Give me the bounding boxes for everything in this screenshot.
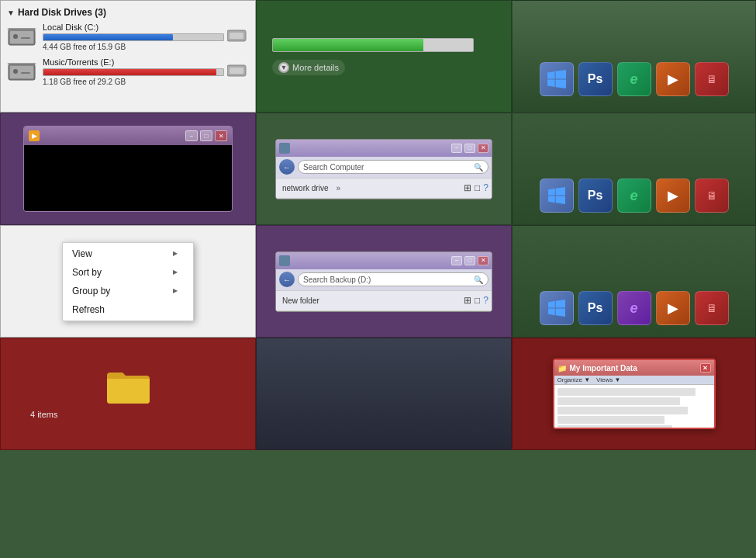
rdp-btn-r3[interactable]: 🖥: [695, 291, 729, 325]
windows-btn-r3[interactable]: [540, 291, 574, 325]
explorer-window: − □ ✕ ← Search Computer 🔍 network drive …: [275, 139, 492, 199]
edge-taskbar-btn[interactable]: e: [617, 62, 651, 96]
drive-c-arrow: [227, 27, 249, 47]
important-data-title: My Important Data: [570, 364, 637, 373]
drive-c-icon: [7, 26, 36, 48]
backup-minimize[interactable]: −: [451, 256, 462, 265]
photoshop-taskbar-btn[interactable]: Ps: [578, 62, 613, 96]
main-progress-bar-fill: [273, 39, 423, 51]
idw-menu-views[interactable]: Views ▼: [596, 376, 620, 383]
organize-icon[interactable]: ⊞: [464, 295, 471, 306]
change-view-icon[interactable]: ⊞: [464, 182, 471, 193]
more-details-button[interactable]: ▼ More details: [272, 60, 345, 75]
wmp-btn-r3[interactable]: ▶: [656, 291, 690, 325]
close-button[interactable]: ✕: [215, 130, 227, 141]
backup-toolbar-icons: ⊞ □ ?: [464, 295, 488, 306]
view-icon[interactable]: □: [475, 295, 480, 306]
context-menu-cell: View ▶ Sort by ▶ Group by ▶ Refresh: [0, 225, 256, 338]
explorer-maximize[interactable]: □: [464, 144, 475, 153]
edge-icon: e: [630, 71, 637, 88]
idw-close[interactable]: ✕: [700, 363, 711, 373]
windows-taskbar-btn[interactable]: [540, 62, 574, 96]
backup-maximize[interactable]: □: [464, 256, 475, 265]
folder-title-icon: 📁: [558, 364, 567, 373]
edge-btn-r2[interactable]: e: [617, 178, 651, 213]
media-player-titlebar: ▶ − □ ✕: [24, 127, 232, 145]
collapse-arrow-icon[interactable]: ▼: [7, 9, 15, 17]
empty-content: [257, 338, 511, 449]
more-options-btn[interactable]: »: [336, 184, 340, 192]
wmp-icon-r3: ▶: [668, 300, 678, 317]
svg-rect-9: [21, 72, 30, 74]
context-group-by[interactable]: Group by ▶: [63, 282, 193, 300]
drive-c-progress-container: [43, 33, 224, 41]
backup-help-icon[interactable]: ?: [483, 295, 488, 306]
drive-e-size: 1.18 GB free of 29.2 GB: [43, 78, 224, 86]
context-view[interactable]: View ▶: [63, 244, 193, 263]
progress-cell: ▼ More details: [256, 0, 512, 113]
preview-icon[interactable]: □: [475, 182, 480, 193]
help-icon[interactable]: ?: [483, 182, 488, 193]
wmp-icon-r2: ▶: [668, 187, 678, 204]
drive-c-info: Local Disk (C:) 4.44 GB free of 15.9 GB: [43, 23, 224, 51]
photoshop-btn-r2[interactable]: Ps: [578, 178, 613, 213]
backup-search-box[interactable]: Search Backup (D:) 🔍: [298, 272, 488, 286]
media-player-controls: − □ ✕: [185, 130, 227, 141]
more-details-label: More details: [292, 63, 339, 72]
rdp-taskbar-btn[interactable]: 🖥: [695, 62, 729, 96]
explorer-titlebar: − □ ✕: [276, 140, 492, 157]
wmp-taskbar-btn[interactable]: ▶: [656, 62, 690, 96]
maximize-button[interactable]: □: [200, 130, 212, 141]
folder-icons-row: [27, 369, 229, 410]
search-text: Search Computer: [303, 163, 474, 172]
sort-by-label: Sort by: [72, 267, 102, 278]
rdp-btn-r2[interactable]: 🖥: [695, 178, 729, 213]
rdp-icon-r2: 🖥: [706, 189, 717, 202]
hdd-title: Hard Disk Drives (3): [18, 7, 106, 18]
photoshop-btn-r3[interactable]: Ps: [578, 291, 613, 325]
context-refresh[interactable]: Refresh: [63, 300, 193, 319]
drive-e-item: Music/Torrents (E:) 1.18 GB free of 29.2…: [7, 57, 249, 86]
new-folder-btn[interactable]: New folder: [279, 295, 323, 307]
idw-row-1: [558, 388, 696, 396]
edge-btn-r3[interactable]: e: [617, 291, 651, 325]
view-arrow-icon: ▶: [173, 250, 178, 257]
backup-icon: [279, 255, 290, 266]
context-sort-by[interactable]: Sort by ▶: [63, 263, 193, 282]
idw-menubar: Organize ▼ Views ▼: [554, 376, 714, 385]
idw-menu-organize[interactable]: Organize ▼: [558, 376, 591, 383]
explorer-close[interactable]: ✕: [478, 144, 488, 153]
important-data-window: 📁 My Important Data ✕ Organize ▼ Views ▼: [553, 359, 716, 429]
idw-controls: ✕: [700, 363, 711, 373]
wmp-icon: ▶: [668, 71, 678, 88]
backup-window-wrapper: − □ ✕ ← Search Backup (D:) 🔍 New folder: [275, 226, 492, 337]
rdp-icon: 🖥: [706, 73, 717, 85]
video-player-cell: ▶ − □ ✕: [0, 113, 256, 225]
backup-window: − □ ✕ ← Search Backup (D:) 🔍 New folder: [275, 251, 492, 312]
windows-btn-r2[interactable]: [540, 178, 574, 213]
svg-rect-2: [13, 34, 18, 39]
svg-rect-5: [230, 33, 243, 39]
photoshop-icon-r2: Ps: [588, 189, 603, 203]
back-button[interactable]: ←: [279, 159, 295, 175]
wmp-btn-r2[interactable]: ▶: [656, 178, 690, 213]
backup-controls: − □ ✕: [451, 256, 488, 265]
taskbar-icons-row1: Ps e ▶ 🖥: [512, 0, 756, 113]
idw-row-5: [558, 425, 673, 428]
explorer-minimize[interactable]: −: [451, 144, 462, 153]
view-label: View: [72, 248, 92, 259]
sort-arrow-icon: ▶: [173, 269, 178, 276]
explorer-controls: − □ ✕: [451, 144, 488, 153]
backup-search-icon: 🔍: [474, 276, 483, 284]
backup-close[interactable]: ✕: [478, 256, 488, 265]
idw-title-area: 📁 My Important Data: [558, 364, 637, 373]
search-box[interactable]: Search Computer 🔍: [298, 160, 488, 174]
minimize-button[interactable]: −: [185, 130, 198, 141]
drive-c-name: Local Disk (C:): [43, 23, 224, 32]
network-drive-btn[interactable]: network drive: [279, 182, 331, 194]
media-player-icon: ▶: [29, 130, 40, 141]
svg-rect-11: [230, 68, 243, 74]
drive-c-size: 4.44 GB free of 15.9 GB: [43, 43, 224, 51]
backup-cell: − □ ✕ ← Search Backup (D:) 🔍 New folder: [256, 225, 512, 338]
backup-back-button[interactable]: ←: [279, 272, 295, 287]
